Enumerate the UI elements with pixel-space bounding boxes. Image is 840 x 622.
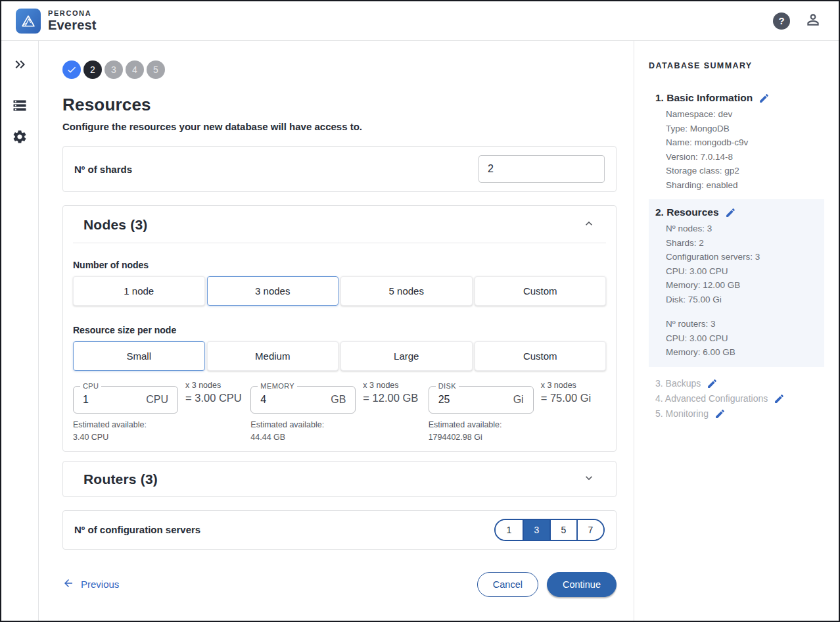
summary-heading-text: 4. Advanced Configurations xyxy=(655,393,768,404)
nodes-option-3-nodes[interactable]: 3 nodes xyxy=(207,276,339,306)
nodes-option-5-nodes[interactable]: 5 nodes xyxy=(340,276,473,306)
estimated-value: 3.40 CPU xyxy=(73,431,250,444)
resource-input-wrapper: CPU CPU xyxy=(73,386,178,414)
size-option-medium[interactable]: Medium xyxy=(207,341,339,371)
edit-icon[interactable] xyxy=(774,393,785,404)
nav-rail xyxy=(1,41,39,621)
summary-item: CPU: 3.00 CPU xyxy=(666,264,818,279)
estimated-value: 1794402.98 Gi xyxy=(429,431,606,444)
config-servers-option-3[interactable]: 3 xyxy=(523,520,549,540)
summary-section-5: 5. Monitoring xyxy=(649,406,824,421)
disk-resource-column: DISK Gi x 3 nodes = 75.00 Gi Estimated a… xyxy=(429,386,606,444)
header-actions: ? xyxy=(773,11,822,31)
summary-section-heading: 1. Basic Information xyxy=(655,92,818,104)
chevron-down-icon xyxy=(582,471,595,487)
config-servers-option-5[interactable]: 5 xyxy=(549,520,576,540)
user-icon[interactable] xyxy=(805,11,822,31)
resource-estimated: Estimated available: 44.44 GB xyxy=(250,419,428,444)
database-summary-title: DATABASE SUMMARY xyxy=(649,61,824,70)
disk-input[interactable] xyxy=(438,394,484,406)
wizard-main: 2345 Resources Configure the resources y… xyxy=(39,41,634,621)
shards-card: Nº of shards xyxy=(62,146,617,192)
cpu-input[interactable] xyxy=(83,394,129,406)
summary-item xyxy=(666,306,818,317)
summary-item: Type: MongoDB xyxy=(666,122,818,136)
resource-input-wrapper: DISK Gi xyxy=(429,386,534,414)
collapse-sidebar-icon[interactable] xyxy=(12,57,28,72)
routers-accordion-title: Routers (3) xyxy=(83,471,158,487)
size-option-large[interactable]: Large xyxy=(340,341,473,371)
summary-section-3: 3. Backups xyxy=(649,376,824,391)
summary-item: Disk: 75.00 Gi xyxy=(666,293,818,307)
resource-equation: x 3 nodes = 3.00 CPU xyxy=(185,381,242,404)
nodes-option-1-node[interactable]: 1 node xyxy=(73,276,205,306)
resource-size-toggle-group: SmallMediumLargeCustom xyxy=(73,341,606,371)
resource-total: = 12.00 GB xyxy=(363,392,418,404)
database-summary-panel: DATABASE SUMMARY 1. Basic Information Na… xyxy=(634,41,839,621)
number-of-nodes-label: Number of nodes xyxy=(73,260,606,270)
arrow-left-icon xyxy=(62,577,74,591)
summary-item: Sharding: enabled xyxy=(666,178,818,193)
edit-icon[interactable] xyxy=(707,378,718,389)
summary-heading-text: 2. Resources xyxy=(655,206,719,218)
settings-icon[interactable] xyxy=(12,129,28,145)
config-servers-toggle-group: 1357 xyxy=(494,519,605,541)
routers-accordion-header[interactable]: Routers (3) xyxy=(63,462,616,496)
resource-multiplier: x 3 nodes xyxy=(363,381,418,390)
resource-input-label: DISK xyxy=(436,382,459,390)
resource-size-label: Resource size per node xyxy=(73,325,606,335)
check-icon xyxy=(66,64,77,75)
brand: PERCONA Everest xyxy=(16,9,97,34)
help-icon[interactable]: ? xyxy=(773,12,790,30)
config-servers-card: Nº of configuration servers 1357 xyxy=(62,510,617,550)
summary-item: Version: 7.0.14-8 xyxy=(666,150,818,164)
continue-button[interactable]: Continue xyxy=(547,572,617,597)
app-header: PERCONA Everest ? xyxy=(1,1,839,41)
resource-multiplier: x 3 nodes xyxy=(541,381,592,390)
previous-button[interactable]: Previous xyxy=(62,577,119,591)
summary-section-items: Nº nodes: 3Shards: 2Configuration server… xyxy=(655,222,818,360)
size-option-custom[interactable]: Custom xyxy=(475,341,607,371)
summary-section-heading: 3. Backups xyxy=(655,378,818,389)
databases-icon[interactable] xyxy=(12,97,28,113)
stepper-step-2: 2 xyxy=(83,60,102,79)
chevron-up-icon xyxy=(582,217,595,233)
resource-equation: x 3 nodes = 75.00 Gi xyxy=(541,381,592,404)
estimated-label: Estimated available: xyxy=(250,419,428,431)
edit-icon[interactable] xyxy=(725,207,736,218)
memory-input[interactable] xyxy=(260,394,306,406)
resource-input-label: CPU xyxy=(80,382,101,390)
shards-input[interactable] xyxy=(478,155,605,183)
shards-label: Nº of shards xyxy=(74,164,132,175)
nodes-accordion-header[interactable]: Nodes (3) xyxy=(63,206,616,243)
summary-item: Configuration servers: 3 xyxy=(666,250,818,264)
page-subtitle: Configure the resources your new databas… xyxy=(62,121,617,132)
size-option-small[interactable]: Small xyxy=(73,341,205,371)
nodes-option-custom[interactable]: Custom xyxy=(475,276,607,306)
resource-unit: GB xyxy=(331,394,346,406)
resource-unit: CPU xyxy=(146,394,168,406)
estimated-value: 44.44 GB xyxy=(250,431,428,444)
resource-input-wrapper: MEMORY GB xyxy=(250,386,356,414)
stepper-step-1[interactable] xyxy=(62,60,81,79)
routers-accordion: Routers (3) xyxy=(62,461,617,497)
content-row: 2345 Resources Configure the resources y… xyxy=(1,41,839,621)
stepper-step-3: 3 xyxy=(105,60,123,79)
summary-section-heading: 4. Advanced Configurations xyxy=(655,393,818,404)
config-servers-option-1[interactable]: 1 xyxy=(496,520,523,540)
estimated-label: Estimated available: xyxy=(429,419,606,431)
summary-item: Nº routers: 3 xyxy=(666,317,818,331)
config-servers-option-7[interactable]: 7 xyxy=(576,520,603,540)
cancel-button[interactable]: Cancel xyxy=(477,572,538,597)
memory-resource-column: MEMORY GB x 3 nodes = 12.00 GB Estimated… xyxy=(250,386,428,444)
summary-item: Shards: 2 xyxy=(666,236,818,251)
resource-total: = 3.00 CPU xyxy=(185,392,242,404)
summary-section-heading: 5. Monitoring xyxy=(655,408,818,419)
config-servers-label: Nº of configuration servers xyxy=(74,524,200,535)
wizard-footer: Previous Cancel Continue xyxy=(62,572,617,597)
estimated-label: Estimated available: xyxy=(73,419,250,431)
edit-icon[interactable] xyxy=(714,408,726,419)
edit-icon[interactable] xyxy=(758,93,770,104)
number-of-nodes-toggle-group: 1 node3 nodes5 nodesCustom xyxy=(73,276,606,306)
summary-item: Namespace: dev xyxy=(666,107,818,122)
